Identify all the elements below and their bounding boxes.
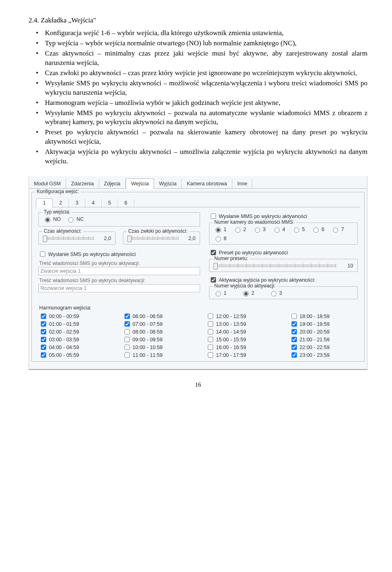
radio-no-label: NO xyxy=(53,216,61,222)
output-1[interactable]: 1 xyxy=(214,290,227,296)
input-tab-3[interactable]: 3 xyxy=(69,199,85,207)
schedule-16001659[interactable]: 16:00 - 16:59 xyxy=(206,343,274,351)
bullet-item: Wysyłanie MMS po wykryciu aktywności – p… xyxy=(45,109,368,127)
tab-kamera-obrotowa[interactable]: Kamera obrotowa xyxy=(182,179,232,188)
bullet-item: Czas aktywności – minimalny czas przez j… xyxy=(45,49,368,68)
output-group: Numer wyjścia do aktywacji: 123 xyxy=(209,286,358,299)
mms-kamera-3[interactable]: 3 xyxy=(253,226,266,233)
schedule-09000959[interactable]: 09:00 - 09:59 xyxy=(123,336,190,343)
preset-checkbox-label: Preset po wykryciu aktywności xyxy=(219,250,288,256)
schedule-03000359[interactable]: 03:00 - 03:59 xyxy=(39,336,107,343)
mms-kamera-7[interactable]: 7 xyxy=(331,226,344,233)
radio-no[interactable]: NO xyxy=(43,216,61,223)
tab-moduł-gsm[interactable]: Moduł GSM xyxy=(29,179,66,188)
input-tab-5[interactable]: 5 xyxy=(102,199,118,207)
input-number-tabs: 123456 xyxy=(36,196,360,207)
schedule-23002359[interactable]: 23:00 - 23:59 xyxy=(290,351,357,359)
sms-activation-input[interactable] xyxy=(38,267,200,275)
schedule-00000059[interactable]: 00:00 - 00:59 xyxy=(39,312,107,320)
preset-legend: Numer presetu: xyxy=(213,256,250,261)
bullet-item: Konfiguracja wejść 1-6 – wybór wejścia, … xyxy=(45,29,368,38)
output-3[interactable]: 3 xyxy=(269,290,282,296)
schedule-12001259[interactable]: 12:00 - 12:59 xyxy=(206,312,274,320)
tab-zdarzenia[interactable]: Zdarzenia xyxy=(66,179,99,188)
preset-value: 10 xyxy=(339,263,353,269)
mms-kamera-5[interactable]: 5 xyxy=(292,226,305,233)
bullet-item: Harmonogram wejścia – umożliwia wybór w … xyxy=(45,98,368,108)
schedule-20002059[interactable]: 20:00 - 20:59 xyxy=(290,328,357,336)
sms-checkbox-label: Wysłanie SMS po wykryciu aktywności xyxy=(48,252,136,257)
czas-zwl-legend: Czas zwłoki po aktywności: xyxy=(127,228,189,234)
czas-akt-slider[interactable] xyxy=(43,235,94,242)
czas-zwl-value: 2,0 xyxy=(182,236,196,241)
schedule-10001059[interactable]: 10:00 - 10:59 xyxy=(123,343,190,351)
preset-group: Numer presetu: 10 xyxy=(209,259,358,272)
mms-kamera-options: 12345678 xyxy=(214,226,353,242)
typ-wejscia-group: Typ wejścia: NO NC xyxy=(38,212,200,227)
mms-kamera-group: Numer kamery do wiadomości MMS: 12345678 xyxy=(209,223,358,245)
mms-kamera-1[interactable]: 1 xyxy=(214,226,227,233)
schedule-21002159[interactable]: 21:00 - 21:59 xyxy=(290,336,357,343)
input-tab-1[interactable]: 1 xyxy=(36,198,53,207)
input-tab-4[interactable]: 4 xyxy=(85,199,102,207)
output-legend: Numer wyjścia do aktywacji: xyxy=(213,283,277,289)
section-heading: 2.4. Zakładka „Wejścia" xyxy=(29,16,368,24)
mms-kamera-6[interactable]: 6 xyxy=(311,226,324,233)
tab-wyjścia[interactable]: Wyjścia xyxy=(154,179,182,188)
mms-kamera-8[interactable]: 8 xyxy=(214,235,227,242)
output-options: 123 xyxy=(214,290,353,296)
sms-activation-label: Treść wiadomości SMS po wykryciu aktywac… xyxy=(39,260,203,266)
tab-zdjęcia[interactable]: Zdjęcia xyxy=(99,179,126,188)
main-tab-strip: Moduł GSMZdarzeniaZdjęciaWejściaWyjściaK… xyxy=(29,176,367,189)
page-number: 16 xyxy=(29,381,368,388)
schedule-04000459[interactable]: 04:00 - 04:59 xyxy=(39,343,107,351)
schedule-01000159[interactable]: 01:00 - 01:59 xyxy=(39,320,107,328)
czas-zwloki-group: Czas zwłoki po aktywności: 2,0 xyxy=(123,231,200,245)
schedule-grid: 00:00 - 00:5906:00 - 06:5912:00 - 12:591… xyxy=(39,312,357,359)
sms-checkbox[interactable]: Wysłanie SMS po wykryciu aktywności xyxy=(38,250,136,258)
schedule-14001459[interactable]: 14:00 - 14:59 xyxy=(206,328,274,336)
schedule-13001359[interactable]: 13:00 - 13:59 xyxy=(206,320,274,328)
mms-kamera-legend: Numer kamery do wiadomości MMS: xyxy=(213,219,296,225)
bullet-list: Konfiguracja wejść 1-6 – wybór wejścia, … xyxy=(29,29,368,166)
bullet-item: Czas zwłoki po aktywności – czas przez k… xyxy=(45,69,368,78)
radio-nc-label: NC xyxy=(76,216,84,222)
schedule-label: Harmonogram wejścia: xyxy=(39,305,357,311)
schedule-11001159[interactable]: 11:00 - 11:59 xyxy=(123,351,190,359)
konfiguracja-legend: Konfiguracja wejść: xyxy=(35,189,80,194)
config-panel: Moduł GSMZdarzeniaZdjęciaWejściaWyjściaK… xyxy=(29,176,368,370)
schedule-07000759[interactable]: 07:00 - 07:59 xyxy=(123,320,190,328)
preset-slider[interactable] xyxy=(214,263,336,269)
czas-zwl-slider[interactable] xyxy=(127,235,178,242)
schedule-15001559[interactable]: 15:00 - 15:59 xyxy=(206,336,274,343)
konfiguracja-wejsc-group: Konfiguracja wejść: 123456 Typ wejścia: … xyxy=(31,192,365,362)
bullet-item: Wysyłanie SMS po wykryciu aktywności – m… xyxy=(45,79,368,98)
schedule-17001759[interactable]: 17:00 - 17:59 xyxy=(206,351,274,359)
mms-checkbox-label: Wysłanie MMS po wykryciu aktywności xyxy=(219,214,307,219)
czas-aktywnosci-group: Czas aktywności: 2,0 xyxy=(38,231,116,245)
mms-kamera-2[interactable]: 2 xyxy=(233,226,246,233)
output-checkbox-label: Aktywacja wyjścia po wykryciu aktywności… xyxy=(219,277,316,283)
schedule-06000659[interactable]: 06:00 - 06:59 xyxy=(123,312,190,320)
schedule-19001959[interactable]: 19:00 - 19:59 xyxy=(290,320,357,328)
schedule-08000859[interactable]: 08:00 - 08:59 xyxy=(123,328,190,336)
tab-inne[interactable]: Inne xyxy=(232,179,252,188)
czas-akt-legend: Czas aktywności: xyxy=(42,228,83,234)
mms-kamera-4[interactable]: 4 xyxy=(272,226,285,233)
schedule-22002259[interactable]: 22:00 - 22:59 xyxy=(290,343,357,351)
schedule-02000259[interactable]: 02:00 - 02:59 xyxy=(39,328,107,336)
typ-legend: Typ wejścia: xyxy=(42,209,72,215)
output-2[interactable]: 2 xyxy=(241,290,254,296)
tab-wejścia[interactable]: Wejścia xyxy=(126,178,154,189)
bullet-item: Typ wejścia – wybór wejścia normalnie ot… xyxy=(45,39,368,48)
bullet-item: Preset po wykryciu aktywności – pozwala … xyxy=(45,128,368,147)
sms-deactivation-label: Treść wiadomości SMS po wykryciu deaktyw… xyxy=(39,278,203,283)
sms-deactivation-input[interactable] xyxy=(38,284,200,292)
radio-nc[interactable]: NC xyxy=(66,216,84,223)
schedule-18001859[interactable]: 18:00 - 18:59 xyxy=(290,312,357,320)
czas-akt-value: 2,0 xyxy=(97,236,111,241)
bullet-item: Aktywacja wyjścia po wykryciu aktywności… xyxy=(45,147,368,166)
input-tab-2[interactable]: 2 xyxy=(53,199,69,207)
input-tab-6[interactable]: 6 xyxy=(118,199,134,207)
schedule-05000559[interactable]: 05:00 - 05:59 xyxy=(39,351,107,359)
